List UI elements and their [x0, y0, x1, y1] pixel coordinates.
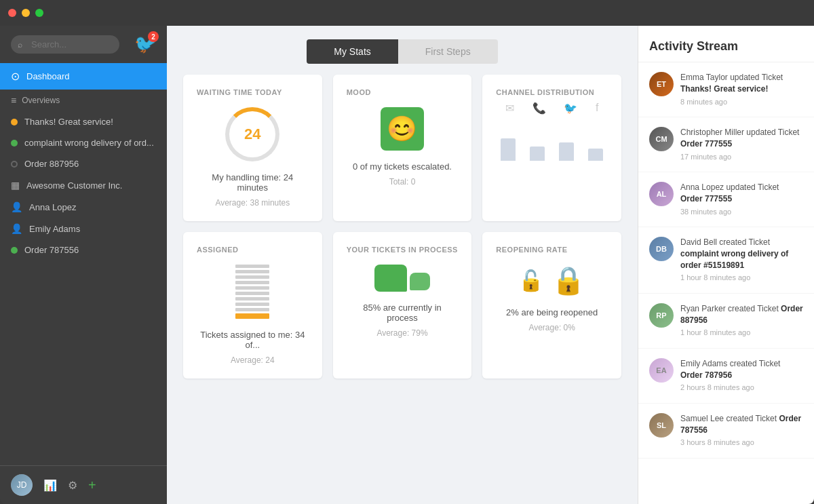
timer-value: 24: [244, 125, 260, 143]
activity-user: David Bell: [680, 237, 719, 247]
main-content: My Stats First Steps WAITING TIME TODAY …: [167, 26, 638, 504]
sidebar-item-emily-adams[interactable]: 👤 Emily Adams: [0, 218, 167, 239]
mood-total: Total: 0: [389, 177, 416, 187]
in-process-avg: Average: 79%: [376, 328, 427, 338]
activity-time-david: 1 hour 8 minutes ago: [680, 273, 803, 283]
email-icon: ✉: [505, 102, 514, 115]
sidebar-section-overviews: ≡ Overviews: [0, 90, 167, 111]
notification-badge: 2: [148, 31, 159, 42]
ticket-label: Awesome Customer Inc.: [26, 180, 122, 191]
building-icon: ▦: [11, 180, 20, 191]
papers-stack-icon: [235, 265, 269, 319]
activity-ticket: Thanks! Great service!: [680, 84, 768, 94]
waiting-time-avg: Average: 38 minutes: [215, 198, 290, 208]
avatar-christopher: CM: [649, 127, 674, 151]
activity-user: Emma Taylor: [680, 73, 730, 82]
sidebar-item-order787556[interactable]: Order 787556: [0, 239, 167, 260]
sidebar-item-label: Dashboard: [26, 71, 70, 81]
maximize-button[interactable]: [35, 9, 43, 17]
activity-item-emily[interactable]: EA Emily Adams created Ticket Order 7879…: [638, 349, 814, 404]
activity-text-samuel: Samuel Lee created Ticket Order 787556 3…: [680, 413, 803, 448]
person-icon: 👤: [11, 223, 22, 234]
activity-time-anna: 38 minutes ago: [680, 207, 803, 217]
stat-card-channel-dist: CHANNEL DISTRIBUTION ✉ 📞 🐦 f: [482, 75, 621, 221]
titlebar: [0, 0, 814, 26]
logo-area: 🐦 2: [134, 34, 156, 55]
list-icon: ≡: [11, 95, 16, 106]
activity-item-samuel[interactable]: SL Samuel Lee created Ticket Order 78755…: [638, 404, 814, 459]
search-input[interactable]: [11, 35, 119, 54]
avatar-david: DB: [649, 237, 674, 261]
tab-first-steps[interactable]: First Steps: [398, 39, 498, 64]
activity-user: Anna Lopez: [680, 182, 726, 192]
mood-desc: 0 of my tickets escalated.: [353, 161, 452, 172]
settings-icon[interactable]: ⚙: [68, 479, 77, 492]
reopening-avg: Average: 0%: [528, 323, 575, 332]
activity-item-emma[interactable]: ET Emma Taylor updated Ticket Thanks! Gr…: [638, 62, 814, 117]
smile-icon: 😊: [387, 115, 417, 143]
assigned-avg: Average: 24: [231, 355, 275, 365]
sidebar-item-awesome-customer[interactable]: ▦ Awesome Customer Inc.: [0, 174, 167, 196]
channel-distribution: ✉ 📞 🐦 f: [496, 102, 608, 161]
activity-time-samuel: 3 hours 8 minutes ago: [680, 438, 803, 448]
avatar-initials: SL: [649, 413, 674, 438]
avatar-initials: EA: [649, 358, 674, 383]
sidebar-item-complaint[interactable]: complaint wrong delivery of ord...: [0, 132, 167, 153]
activity-item-christopher[interactable]: CM Christopher Miller updated Ticket Ord…: [638, 117, 814, 172]
mood-label: MOOD: [347, 88, 371, 96]
ticket-label: Order 887956: [24, 159, 79, 169]
avatar-initials: ET: [649, 72, 674, 96]
sidebar-item-dashboard[interactable]: ⊙ Dashboard: [0, 63, 167, 90]
stat-card-in-process: YOUR TICKETS IN PROCESS 85% are currentl…: [333, 232, 472, 379]
minimize-button[interactable]: [22, 9, 30, 17]
activity-text-emma: Emma Taylor updated Ticket Thanks! Great…: [680, 72, 803, 107]
channel-bar-twitter: [559, 142, 574, 161]
stats-icon[interactable]: 📊: [43, 479, 57, 492]
stat-card-mood: MOOD 😊 0 of my tickets escalated. Total:…: [333, 75, 472, 221]
add-icon[interactable]: +: [88, 478, 96, 493]
paper-5: [235, 286, 269, 290]
stat-card-waiting-time: WAITING TIME TODAY 24 My handling time: …: [183, 75, 322, 221]
chat-bubbles-icon: [374, 265, 430, 292]
sidebar-item-anna-lopez[interactable]: 👤 Anna Lopez: [0, 196, 167, 218]
tab-my-stats[interactable]: My Stats: [307, 39, 398, 64]
activity-item-ryan[interactable]: RP Ryan Parker created Ticket Order 8879…: [638, 294, 814, 349]
paper-8: [235, 303, 269, 306]
ticket-label: Thanks! Great service!: [24, 117, 113, 127]
channel-bars: [496, 120, 608, 161]
search-icon: ⌕: [18, 40, 22, 50]
avatar-initials: CM: [649, 127, 674, 151]
paper-6: [235, 292, 269, 295]
in-process-label: YOUR TICKETS IN PROCESS: [347, 246, 458, 254]
avatar-anna: AL: [649, 182, 674, 206]
status-dot-green: [11, 140, 18, 147]
activity-item-anna[interactable]: AL Anna Lopez updated Ticket Order 77755…: [638, 172, 814, 227]
activity-stream-title: Activity Stream: [638, 26, 814, 62]
waiting-time-label: WAITING TIME TODAY: [197, 88, 282, 96]
channel-dist-label: CHANNEL DISTRIBUTION: [496, 88, 594, 96]
activity-text-emily: Emily Adams created Ticket Order 787956 …: [680, 358, 803, 393]
activity-item-david[interactable]: DB David Bell created Ticket complaint w…: [638, 227, 814, 294]
assigned-desc: Tickets assigned to me: 34 of...: [197, 330, 309, 350]
mood-icon: 😊: [381, 107, 424, 151]
facebook-icon: f: [596, 102, 598, 115]
sidebar-item-order887956[interactable]: Order 887956: [0, 153, 167, 174]
reopening-label: REOPENING RATE: [496, 246, 567, 254]
stats-grid-top: WAITING TIME TODAY 24 My handling time: …: [167, 75, 638, 232]
avatar-ryan: RP: [649, 303, 674, 328]
reopening-desc: 2% are being reopened: [506, 307, 598, 317]
ticket-label: Emily Adams: [29, 224, 80, 234]
stat-card-reopening: REOPENING RATE 🔓 🔒 2% are being reopened…: [482, 232, 621, 379]
channel-bar-facebook: [588, 149, 603, 161]
paper-7: [235, 297, 269, 301]
activity-time-emily: 2 hours 8 minutes ago: [680, 383, 803, 393]
status-dot-empty: [11, 161, 18, 168]
close-button[interactable]: [8, 9, 16, 17]
avatar-samuel: SL: [649, 413, 674, 438]
paper-9: [235, 308, 269, 311]
person-icon: 👤: [11, 201, 22, 212]
avatar-placeholder: JD: [11, 474, 33, 496]
user-avatar[interactable]: JD: [11, 474, 33, 496]
sidebar-item-thanks[interactable]: Thanks! Great service!: [0, 111, 167, 132]
in-process-desc: 85% are currently in process: [347, 303, 459, 323]
